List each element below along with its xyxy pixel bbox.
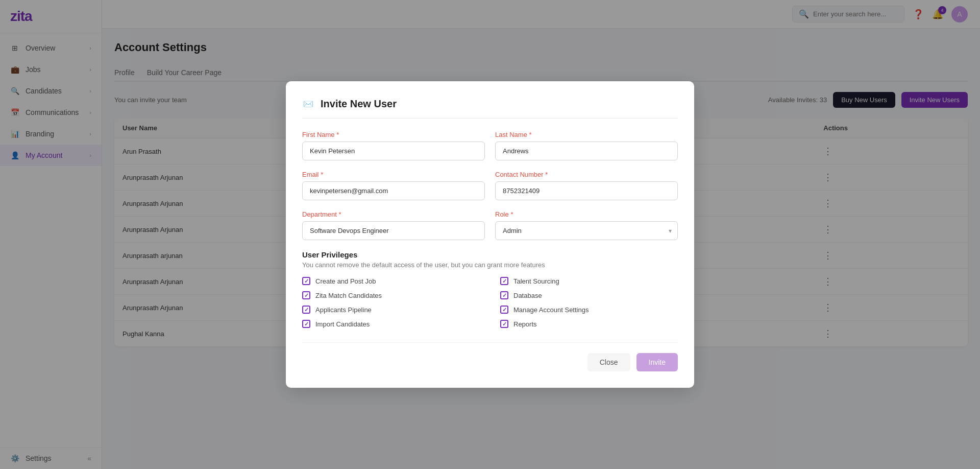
role-label: Role * (495, 210, 678, 218)
role-group: Role * AdminSuper AdminHRHiring ▾ (495, 210, 678, 240)
invite-modal: ✉️ Invite New User First Name * Last Nam… (286, 81, 694, 388)
modal-overlay[interactable]: ✉️ Invite New User First Name * Last Nam… (0, 0, 980, 469)
privilege-database[interactable]: Database (500, 291, 678, 299)
privilege-applicants-pipeline[interactable]: Applicants Pipeline (302, 306, 480, 314)
email-input[interactable] (302, 181, 485, 200)
privileges-subtitle: You cannot remove the default access of … (302, 261, 678, 269)
role-select-wrapper: AdminSuper AdminHRHiring ▾ (495, 221, 678, 240)
privilege-create-post-job[interactable]: Create and Post Job (302, 277, 480, 285)
last-name-group: Last Name * (495, 131, 678, 160)
checkbox-import-candidates[interactable] (302, 320, 310, 328)
first-name-group: First Name * (302, 131, 485, 160)
privilege-label-applicants-pipeline: Applicants Pipeline (315, 306, 372, 314)
checkbox-reports[interactable] (500, 320, 508, 328)
contact-input[interactable] (495, 181, 678, 200)
contact-label: Contact Number * (495, 171, 678, 178)
close-modal-button[interactable]: Close (587, 353, 630, 371)
modal-footer: Close Invite (302, 342, 678, 371)
privileges-grid: Create and Post Job Talent Sourcing Zita… (302, 277, 678, 328)
first-name-input[interactable] (302, 142, 485, 160)
invite-modal-button[interactable]: Invite (636, 353, 678, 371)
envelope-icon: ✉️ (302, 98, 314, 110)
last-name-label: Last Name * (495, 131, 678, 138)
email-label: Email * (302, 171, 485, 178)
checkbox-talent-sourcing[interactable] (500, 277, 508, 285)
role-select[interactable]: AdminSuper AdminHRHiring (495, 221, 678, 240)
privilege-label-database: Database (513, 292, 542, 299)
last-name-input[interactable] (495, 142, 678, 160)
checkbox-zita-match[interactable] (302, 291, 310, 299)
privilege-import-candidates[interactable]: Import Candidates (302, 320, 480, 328)
privilege-label-reports: Reports (513, 320, 537, 328)
contact-row: Email * Contact Number * (302, 171, 678, 200)
privilege-label-manage-account: Manage Account Settings (513, 306, 589, 314)
department-input[interactable] (302, 221, 485, 240)
checkbox-create-post-job[interactable] (302, 277, 310, 285)
checkbox-database[interactable] (500, 291, 508, 299)
modal-header: ✉️ Invite New User (302, 98, 678, 119)
privilege-label-zita-match: Zita Match Candidates (315, 292, 382, 299)
department-group: Department * (302, 210, 485, 240)
privilege-label-import-candidates: Import Candidates (315, 320, 370, 328)
first-name-label: First Name * (302, 131, 485, 138)
privilege-manage-account[interactable]: Manage Account Settings (500, 306, 678, 314)
privilege-zita-match[interactable]: Zita Match Candidates (302, 291, 480, 299)
dept-role-row: Department * Role * AdminSuper AdminHRHi… (302, 210, 678, 240)
checkbox-applicants-pipeline[interactable] (302, 306, 310, 314)
modal-title: Invite New User (321, 98, 397, 110)
checkbox-manage-account[interactable] (500, 306, 508, 314)
privilege-label-talent-sourcing: Talent Sourcing (513, 277, 559, 285)
privileges-title: User Privileges (302, 250, 678, 259)
privilege-reports[interactable]: Reports (500, 320, 678, 328)
privilege-label-create-post-job: Create and Post Job (315, 277, 376, 285)
name-row: First Name * Last Name * (302, 131, 678, 160)
privilege-talent-sourcing[interactable]: Talent Sourcing (500, 277, 678, 285)
email-group: Email * (302, 171, 485, 200)
contact-group: Contact Number * (495, 171, 678, 200)
department-label: Department * (302, 210, 485, 218)
privileges-section: User Privileges You cannot remove the de… (302, 250, 678, 328)
